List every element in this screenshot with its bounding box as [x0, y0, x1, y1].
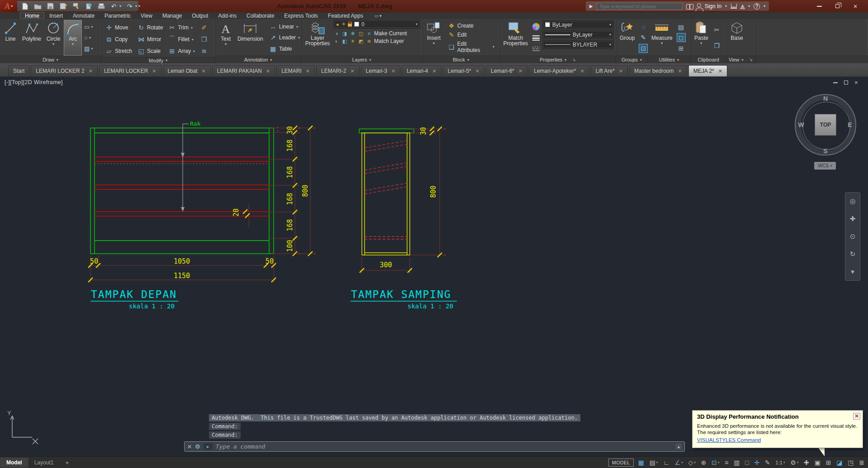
polar-tracking-icon[interactable]: ∠▾ [674, 459, 684, 466]
panel-label-view[interactable]: View▾↘ [726, 56, 755, 63]
rectangle-tool-icon[interactable]: ▭ ▾ [84, 24, 93, 30]
file-tab-lemari-6-[interactable]: Lemari-6*✕ [486, 65, 527, 76]
ribbon-tab-view[interactable]: View [136, 12, 157, 19]
file-tab-master-bedroom[interactable]: Master bedroom✕ [629, 65, 687, 76]
group-selection-icon[interactable]: ⊡ [639, 44, 648, 53]
snap-mode-icon-caret[interactable]: ▾ [656, 461, 658, 464]
showmotion-icon[interactable]: ▾ [851, 268, 854, 276]
ribbon-tab-add-ins[interactable]: Add-ins [213, 12, 242, 19]
dynamic-input-icon[interactable]: ✛ [754, 459, 761, 466]
annotation-scale-label[interactable]: 1:1▾ [775, 460, 786, 465]
autodesk-share-icon[interactable]: ◬ [740, 3, 745, 9]
orbit-icon[interactable]: ↻ [850, 250, 856, 258]
file-tab-lemari-4[interactable]: Lemari-4✕ [402, 65, 441, 76]
insert-block-button[interactable]: Insert▾ [424, 20, 443, 56]
workspace-switching-icon-caret[interactable]: ▾ [797, 461, 799, 464]
search-binoculars-icon[interactable] [686, 4, 693, 9]
trim-button[interactable]: ✂Trim▾ [166, 24, 197, 31]
measure-button[interactable]: Measure▾ [650, 20, 674, 56]
panel-label-annotation[interactable]: Annotation▾ [215, 56, 301, 63]
fillet-button[interactable]: ⌒Fillet▾ [166, 35, 197, 43]
linetype-list-icon[interactable] [532, 45, 540, 53]
minimize-button[interactable] [812, 2, 826, 11]
file-tab-close-icon[interactable]: ✕ [518, 68, 522, 74]
paste-button[interactable]: Paste▾ [693, 20, 710, 56]
print-icon[interactable] [97, 2, 105, 10]
file-tab-lemari-obat[interactable]: Lemari Obat✕ [163, 65, 211, 76]
mirror-button[interactable]: ⋈Mirror [135, 36, 165, 43]
linear-dimension-button[interactable]: ↔Linear▾ [267, 23, 302, 30]
ribbon-tab-home[interactable]: Home [20, 12, 44, 19]
close-button[interactable]: × [849, 2, 862, 11]
annotation-visibility-icon[interactable]: ✎ [764, 459, 771, 466]
file-tab-close-icon[interactable]: ✕ [580, 68, 584, 74]
restore-button[interactable] [830, 2, 844, 11]
infer-constraints-icon[interactable]: ∟ [662, 459, 670, 466]
layout1-tab[interactable]: Layout1 [29, 458, 59, 468]
object-color-combo[interactable]: ByLayer ▾ [542, 20, 614, 29]
wcs-selector[interactable]: WCS▾ [814, 162, 836, 170]
command-close-icon[interactable]: ✕ [187, 444, 192, 450]
clean-screen-icon[interactable]: ◳ [847, 459, 854, 466]
object-snap-tracking-icon[interactable]: ⊕ [700, 459, 707, 466]
model-tab[interactable]: Model [0, 458, 29, 468]
help-search-input[interactable] [597, 3, 683, 10]
circle-button[interactable]: Circle▾ [44, 20, 62, 56]
scale-button[interactable]: ◱Scale [135, 47, 165, 55]
file-tab-start[interactable]: Start [8, 65, 29, 76]
viewcube-west[interactable]: W [797, 121, 806, 128]
cut-clip-icon[interactable]: ✂ [712, 25, 721, 34]
offset-button[interactable]: ≋ [198, 47, 210, 55]
viewcube-top-face[interactable]: TOP [815, 114, 836, 136]
file-tab-close-icon[interactable]: ✕ [152, 68, 156, 74]
ribbon-tab-express-tools[interactable]: Express Tools [279, 12, 323, 19]
save-icon[interactable] [46, 2, 55, 10]
redo-caret-icon[interactable]: ▾ [135, 4, 137, 8]
keytip-toggle-icon[interactable]: ▶ [589, 4, 593, 9]
units-icon[interactable]: ▣ [814, 459, 821, 466]
file-tab-close-icon[interactable]: ✕ [306, 68, 310, 74]
sign-in-caret-icon[interactable]: ▾ [725, 4, 727, 8]
group-edit-icon[interactable]: ✎ [639, 33, 648, 42]
leader-button[interactable]: ↗Leader▾ [267, 34, 302, 41]
save-as-icon[interactable] [59, 2, 67, 10]
file-tab-lemari-5-[interactable]: Lemari-5*✕ [443, 65, 484, 76]
view-dialog-launcher-icon[interactable]: ↘ [749, 57, 753, 62]
move-button[interactable]: ✛Move [103, 24, 134, 31]
file-tab-lemari-locker-2[interactable]: LEMARI LOCKER 2✕ [31, 65, 98, 76]
ellipse-tool-icon[interactable]: ○ ▾ [84, 34, 93, 41]
polyline-button[interactable]: Polyline [20, 20, 43, 56]
ribbon-tab-parametric[interactable]: Parametric [100, 12, 136, 19]
zoom-extents-icon[interactable]: ⊙ [850, 232, 856, 241]
make-current-button[interactable]: ◑◨❄◫≡ Make Current [333, 30, 420, 37]
file-tab-close-icon[interactable]: ✕ [350, 68, 354, 74]
file-tab-close-icon[interactable]: ✕ [619, 68, 623, 74]
edit-block-button[interactable]: ✎Edit [446, 31, 497, 38]
qat-customize-icon[interactable]: ▾ [138, 4, 140, 8]
base-view-button[interactable]: Base [728, 20, 745, 56]
ungroup-icon[interactable]: ◌ [639, 23, 648, 32]
file-tab-lemari-3[interactable]: Lemari-3✕ [361, 65, 401, 76]
object-snap-icon-caret[interactable]: ▾ [718, 461, 720, 464]
layer-combo-caret-icon[interactable]: ▾ [416, 22, 417, 26]
customization-icon[interactable]: ≣ [858, 459, 865, 466]
file-tab-close-icon[interactable]: ✕ [718, 68, 722, 74]
workspace-switching-icon[interactable]: ⚙▾ [789, 459, 799, 466]
file-tab-lift-are-[interactable]: Lift Are*✕ [591, 65, 628, 76]
properties-dialog-launcher-icon[interactable]: ↘ [572, 57, 576, 62]
file-tab-lemari[interactable]: LEMARI✕ [276, 65, 315, 76]
dimension-button[interactable]: Dimension [236, 20, 265, 56]
panel-label-utilities[interactable]: Utilities▾ [648, 56, 690, 63]
command-input[interactable]: Type a command [216, 443, 673, 450]
viewcube-south[interactable]: S [821, 147, 830, 155]
lineweight-icon[interactable]: ≡ [724, 459, 729, 466]
viewcube[interactable]: N W E S TOP [795, 94, 856, 156]
panel-label-draw[interactable]: Draw▾ [0, 56, 101, 63]
file-tab-close-icon[interactable]: ✕ [475, 68, 479, 74]
polar-tracking-icon-caret[interactable]: ▾ [681, 461, 683, 464]
select-window-icon[interactable]: ◻ [677, 33, 686, 42]
redo-icon[interactable]: ↷ [125, 2, 134, 10]
graphics-performance-icon[interactable]: ◪ [835, 459, 843, 466]
help-caret-icon[interactable]: ▾ [764, 4, 765, 8]
drawing-canvas[interactable]: [-][Top][2D Wireframe] × Rak [0, 77, 868, 456]
